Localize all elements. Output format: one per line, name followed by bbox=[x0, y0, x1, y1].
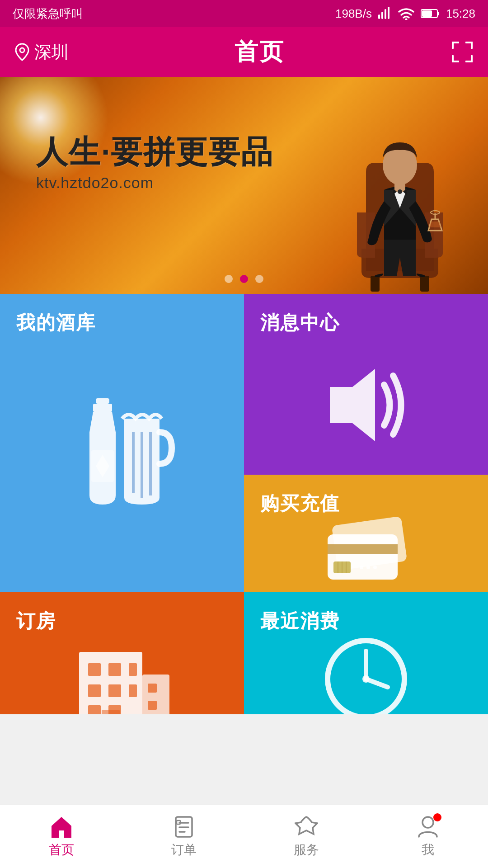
nav-item-me[interactable]: 我 bbox=[416, 815, 440, 859]
svg-rect-14 bbox=[452, 55, 454, 62]
location-group[interactable]: 深圳 bbox=[14, 41, 69, 64]
svg-rect-48 bbox=[108, 684, 121, 697]
banner-indicator bbox=[225, 275, 263, 283]
notification-badge bbox=[433, 813, 441, 821]
tile-messages-icon bbox=[260, 335, 472, 475]
tile-room-icon bbox=[16, 634, 228, 714]
banner-dot-3[interactable] bbox=[255, 275, 263, 283]
tile-room-label: 订房 bbox=[16, 609, 228, 634]
signal-icon bbox=[378, 7, 392, 20]
svg-rect-45 bbox=[108, 663, 121, 676]
banner-dot-2[interactable] bbox=[240, 275, 248, 283]
nav-item-orders[interactable]: 订单 bbox=[171, 815, 197, 859]
svg-point-39 bbox=[360, 566, 363, 569]
svg-rect-24 bbox=[96, 398, 109, 404]
tiles-grid: 我的酒库 bbox=[0, 294, 488, 836]
nav-label-home: 首页 bbox=[49, 841, 74, 859]
tile-recharge-icon bbox=[260, 516, 472, 592]
tile-wine-label: 我的酒库 bbox=[16, 310, 228, 335]
svg-point-41 bbox=[373, 566, 377, 569]
svg-rect-52 bbox=[148, 684, 157, 693]
svg-point-40 bbox=[366, 566, 370, 569]
svg-rect-50 bbox=[88, 705, 101, 714]
tile-recent[interactable]: 最近消费 bbox=[244, 592, 488, 714]
svg-point-21 bbox=[398, 189, 402, 194]
svg-point-65 bbox=[422, 817, 433, 828]
location-label: 深圳 bbox=[34, 41, 69, 64]
tile-recharge[interactable]: 购买充值 bbox=[244, 475, 488, 592]
svg-rect-10 bbox=[452, 42, 454, 49]
banner-sub-text: ktv.hztdo2o.com bbox=[36, 174, 154, 192]
battery-icon bbox=[421, 9, 440, 19]
svg-marker-31 bbox=[330, 369, 375, 441]
promo-banner[interactable]: 人生·要拼更要品 ktv.hztdo2o.com bbox=[0, 77, 488, 294]
tile-recent-icon bbox=[260, 634, 472, 714]
location-icon bbox=[14, 43, 30, 61]
services-icon bbox=[295, 815, 318, 839]
home-icon bbox=[50, 815, 73, 839]
page-title: 首页 bbox=[235, 36, 285, 68]
banner-figure bbox=[330, 99, 470, 294]
svg-rect-6 bbox=[437, 12, 439, 15]
nav-label-me: 我 bbox=[422, 841, 434, 859]
tile-wine[interactable]: 我的酒库 bbox=[0, 294, 244, 592]
nav-item-home[interactable]: 首页 bbox=[49, 815, 74, 859]
svg-rect-25 bbox=[93, 404, 112, 412]
svg-rect-64 bbox=[177, 821, 180, 824]
scan-button[interactable] bbox=[451, 41, 474, 63]
banner-dot-1[interactable] bbox=[225, 275, 233, 283]
svg-rect-16 bbox=[471, 55, 473, 62]
tile-messages-label: 消息中心 bbox=[260, 310, 472, 335]
nav-label-orders: 订单 bbox=[171, 841, 197, 859]
tile-room[interactable]: 订房 bbox=[0, 592, 244, 714]
svg-rect-17 bbox=[371, 276, 380, 292]
svg-point-4 bbox=[405, 19, 407, 20]
svg-rect-7 bbox=[422, 10, 432, 17]
tile-recharge-label: 购买充值 bbox=[260, 491, 472, 516]
svg-rect-49 bbox=[129, 684, 137, 697]
wifi-icon bbox=[398, 7, 414, 20]
status-bar: 仅限紧急呼叫 198B/s 15:28 bbox=[0, 0, 488, 27]
status-right-group: 198B/s 15:28 bbox=[335, 7, 475, 21]
tile-recent-label: 最近消费 bbox=[260, 609, 472, 634]
nav-label-services: 服务 bbox=[294, 841, 319, 859]
network-speed: 198B/s bbox=[335, 7, 372, 21]
svg-rect-42 bbox=[79, 652, 142, 714]
svg-point-59 bbox=[362, 675, 370, 683]
svg-rect-44 bbox=[88, 663, 101, 676]
bottom-nav: 首页 订单 服务 我 bbox=[0, 805, 488, 868]
app-header: 深圳 首页 bbox=[0, 27, 488, 77]
svg-rect-12 bbox=[471, 42, 473, 49]
status-emergency-text: 仅限紧急呼叫 bbox=[13, 6, 83, 22]
tile-messages[interactable]: 消息中心 bbox=[244, 294, 488, 475]
svg-rect-34 bbox=[328, 544, 398, 554]
svg-rect-18 bbox=[420, 276, 429, 292]
svg-rect-47 bbox=[88, 684, 101, 697]
nav-item-services[interactable]: 服务 bbox=[294, 815, 319, 859]
clock-time: 15:28 bbox=[446, 7, 475, 21]
svg-point-8 bbox=[20, 48, 24, 52]
svg-rect-54 bbox=[102, 710, 120, 714]
svg-rect-53 bbox=[148, 701, 157, 710]
orders-icon bbox=[172, 815, 196, 839]
svg-rect-46 bbox=[129, 663, 137, 676]
banner-main-text: 人生·要拼更要品 bbox=[36, 131, 273, 174]
tile-wine-icon bbox=[16, 335, 228, 592]
